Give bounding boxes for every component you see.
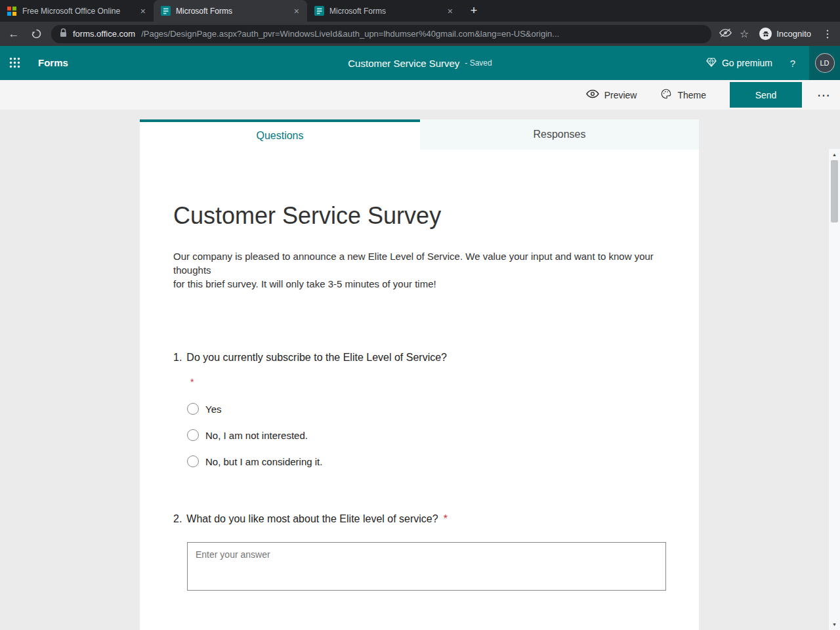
forms-app-name[interactable]: Forms xyxy=(38,57,68,68)
option-label: No, I am not interested. xyxy=(205,430,308,441)
forms-favicon-icon xyxy=(160,6,171,16)
question-1-options: Yes No, I am not interested. No, but I a… xyxy=(173,403,665,467)
radio-button-icon[interactable] xyxy=(187,403,199,415)
answer-input[interactable] xyxy=(187,542,666,591)
forms-toolbar: Preview Theme Send ⋯ xyxy=(0,80,840,110)
radio-option[interactable]: No, I am not interested. xyxy=(187,429,665,441)
secure-lock-icon xyxy=(60,28,67,39)
browser-url-bar: ← forms.office.com/Pages/DesignPage.aspx… xyxy=(0,22,840,46)
theme-label: Theme xyxy=(677,90,706,100)
form-card: Customer Service Survey Our company is p… xyxy=(140,150,699,630)
tab-title: Microsoft Forms xyxy=(329,7,441,16)
scroll-down-arrow[interactable]: ▼ xyxy=(829,619,840,630)
go-premium-label: Go premium xyxy=(722,58,772,68)
browser-menu-icon[interactable]: ⋮ xyxy=(822,28,833,40)
preview-label: Preview xyxy=(604,90,637,100)
premium-diamond-icon xyxy=(706,58,717,69)
browser-tab-forms-2[interactable]: Microsoft Forms × xyxy=(307,0,461,22)
form-title[interactable]: Customer Service Survey xyxy=(173,202,665,230)
incognito-label: Incognito xyxy=(776,29,811,39)
close-tab-icon[interactable]: × xyxy=(293,6,301,16)
url-path: /Pages/DesignPage.aspx?auth_pvr=WindowsL… xyxy=(141,29,559,39)
question-1[interactable]: 1.Do you currently subscribe to the Elit… xyxy=(173,352,665,467)
address-bar[interactable]: forms.office.com/Pages/DesignPage.aspx?a… xyxy=(51,25,711,43)
browser-tab-bar: Free Microsoft Office Online × Microsoft… xyxy=(0,0,840,22)
form-tabstrip: Questions Responses xyxy=(140,119,699,150)
tab-title: Microsoft Forms xyxy=(176,7,287,16)
required-asterisk: * xyxy=(190,377,665,387)
question-2[interactable]: 2.What do you like most about the Elite … xyxy=(173,513,665,591)
send-button[interactable]: Send xyxy=(730,82,802,108)
browser-tab-office[interactable]: Free Microsoft Office Online × xyxy=(0,0,154,22)
tab-title: Free Microsoft Office Online xyxy=(22,7,134,16)
scrollbar-thumb[interactable] xyxy=(831,160,838,222)
bookmark-star-icon[interactable]: ☆ xyxy=(740,28,749,40)
office-favicon-icon xyxy=(7,6,17,16)
tab-responses[interactable]: Responses xyxy=(420,119,699,150)
form-designer-area: Questions Responses Customer Service Sur… xyxy=(140,119,699,630)
scrollbar[interactable]: ▲ ▼ xyxy=(829,149,840,630)
go-premium-button[interactable]: Go premium xyxy=(706,58,772,69)
close-tab-icon[interactable]: × xyxy=(446,6,454,16)
avatar-initials: LD xyxy=(815,53,835,73)
app-launcher-icon[interactable] xyxy=(9,57,20,71)
scroll-up-arrow[interactable]: ▲ xyxy=(829,149,840,160)
forms-favicon-icon xyxy=(314,6,324,16)
more-options-icon[interactable]: ⋯ xyxy=(815,87,832,103)
theme-palette-icon xyxy=(660,88,672,102)
browser-tab-forms-active[interactable]: Microsoft Forms × xyxy=(154,0,307,22)
header-actions: Go premium ? LD xyxy=(706,46,840,80)
account-avatar[interactable]: LD xyxy=(809,46,840,80)
option-label: No, but I am considering it. xyxy=(205,456,322,467)
option-label: Yes xyxy=(205,404,221,415)
incognito-badge: Incognito xyxy=(759,28,811,40)
tab-questions[interactable]: Questions xyxy=(140,119,420,150)
question-number: 2. xyxy=(173,513,182,524)
radio-option[interactable]: No, but I am considering it. xyxy=(187,455,665,467)
radio-button-icon[interactable] xyxy=(187,455,199,467)
question-2-text: 2.What do you like most about the Elite … xyxy=(173,513,665,525)
radio-button-icon[interactable] xyxy=(187,429,199,441)
radio-option[interactable]: Yes xyxy=(187,403,665,415)
reload-button[interactable] xyxy=(29,28,43,39)
saved-status: - Saved xyxy=(465,58,492,68)
question-title: What do you like most about the Elite le… xyxy=(186,513,438,524)
question-number: 1. xyxy=(173,352,182,363)
preview-eye-icon xyxy=(586,89,599,100)
back-button[interactable]: ← xyxy=(7,28,21,41)
theme-button[interactable]: Theme xyxy=(660,88,706,102)
document-title: Customer Service Survey - Saved xyxy=(348,46,492,80)
required-asterisk: * xyxy=(444,513,448,524)
preview-button[interactable]: Preview xyxy=(586,89,637,100)
question-1-text: 1.Do you currently subscribe to the Elit… xyxy=(173,352,665,364)
eye-off-icon[interactable] xyxy=(719,28,732,41)
close-tab-icon[interactable]: × xyxy=(139,6,147,16)
form-description[interactable]: Our company is pleased to announce a new… xyxy=(173,249,665,291)
url-host: forms.office.com xyxy=(73,29,135,39)
forms-header: Forms Customer Service Survey - Saved Go… xyxy=(0,46,840,80)
incognito-icon xyxy=(759,28,772,40)
document-title-text: Customer Service Survey xyxy=(348,58,459,69)
help-button[interactable]: ? xyxy=(783,58,803,69)
page-content: Questions Responses Customer Service Sur… xyxy=(0,110,840,630)
new-tab-button[interactable]: + xyxy=(465,0,483,22)
question-title: Do you currently subscribe to the Elite … xyxy=(186,352,447,363)
